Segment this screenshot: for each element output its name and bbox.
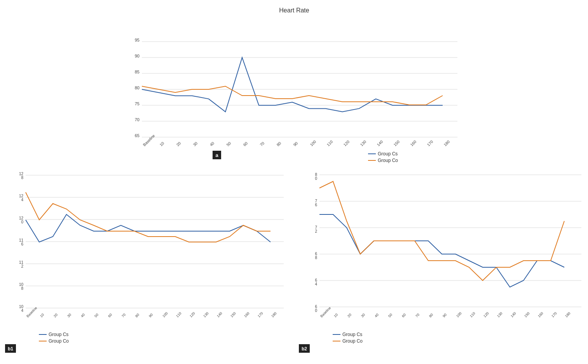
x-label-b2: 80 <box>428 313 434 318</box>
x-label: 110 <box>326 139 333 147</box>
x-label-b1: 30 <box>66 313 72 318</box>
x-label-b1: 90 <box>148 313 154 318</box>
x-label: 80 <box>276 141 282 147</box>
legend-co-b2 <box>333 341 340 341</box>
x-label: 50 <box>225 141 232 147</box>
x-label: 30 <box>192 141 198 147</box>
chart-title: Heart Rate <box>279 7 309 14</box>
x-label-b2: 160 <box>537 311 544 318</box>
x-label-b1: 100 <box>162 311 169 318</box>
group-cs-line-b2 <box>319 214 564 287</box>
legend-cs-b1 <box>39 334 47 335</box>
x-label-b1: 70 <box>121 313 126 318</box>
x-label-b2: 60 <box>401 313 407 318</box>
x-label-b2: 140 <box>510 311 517 318</box>
y-label-b1: 6 <box>21 242 23 246</box>
x-label: 160 <box>409 139 417 147</box>
x-label-b2: 40 <box>374 313 379 318</box>
x-label: 20 <box>175 141 181 147</box>
legend-cs-label-b2: Group Cs <box>342 332 362 337</box>
y-label-b2: 0 <box>315 176 317 181</box>
b2-chart-container: 8 0 7 6 7 2 6 8 6 4 6 0 B <box>298 167 588 357</box>
y-label: 85 <box>134 70 139 74</box>
x-label-b2: 50 <box>387 313 393 318</box>
legend-co-b1 <box>39 341 47 341</box>
y-label-b2: 6 <box>315 203 317 207</box>
x-label-b2: 70 <box>415 313 420 318</box>
legend-cs-label-b1: Group Cs <box>49 332 68 337</box>
legend-co-label: Group Co <box>378 158 398 163</box>
label-badge-a: a <box>215 152 218 158</box>
top-chart: Heart Rate 65 70 75 80 85 90 95 Baseline… <box>4 4 584 167</box>
legend-cs-b2 <box>333 334 340 335</box>
x-label-b1: 180 <box>270 311 277 318</box>
x-label-b1: 160 <box>243 311 250 318</box>
y-label: 80 <box>134 85 139 90</box>
b1-chart-container: 10 4 10 8 11 2 11 6 12 0 12 4 12 8 <box>4 167 298 357</box>
x-label: 140 <box>376 139 384 147</box>
heart-rate-chart: Heart Rate 65 70 75 80 85 90 95 Baseline… <box>119 4 469 165</box>
b1-chart: 10 4 10 8 11 2 11 6 12 0 12 4 12 8 <box>4 167 298 354</box>
x-label: 70 <box>259 141 265 147</box>
x-label-b2: 90 <box>442 313 447 318</box>
x-label-b2: 120 <box>483 311 490 318</box>
y-label-b1: 0 <box>21 220 23 224</box>
x-label-b2: 30 <box>360 313 366 318</box>
x-label: Baseline <box>142 133 155 147</box>
y-label-b2: 0 <box>315 308 317 313</box>
x-label: 150 <box>393 139 400 147</box>
x-label-b2: Baseline <box>319 306 332 318</box>
x-label-b2: 110 <box>469 311 476 318</box>
y-label: 75 <box>134 101 139 106</box>
x-label-b1: 10 <box>39 313 45 318</box>
x-label-b1: 40 <box>80 313 85 318</box>
y-label-b2: 4 <box>315 282 317 286</box>
y-label: 70 <box>134 117 139 122</box>
y-label-b1: 2 <box>21 264 23 268</box>
x-label-b1: 150 <box>230 311 237 318</box>
label-badge-b1: b1 <box>8 346 13 352</box>
x-label: 40 <box>209 141 215 147</box>
x-label-b1: 60 <box>107 313 113 318</box>
y-label-b2: 8 <box>315 256 317 260</box>
group-cs-line-top <box>142 57 443 112</box>
legend-co-label-b1: Group Co <box>49 338 69 344</box>
legend-cs-label: Group Cs <box>378 151 398 157</box>
x-label: 60 <box>242 141 248 147</box>
group-cs-line-b1 <box>26 214 270 242</box>
y-label-b1: 4 <box>21 308 23 313</box>
x-label: 130 <box>359 139 367 147</box>
b2-chart: 8 0 7 6 7 2 6 8 6 4 6 0 B <box>298 167 588 354</box>
x-label: 90 <box>292 141 298 147</box>
legend-co-line <box>368 160 376 161</box>
x-label-b2: 10 <box>333 313 338 318</box>
x-label: 170 <box>426 139 434 147</box>
y-label-b2: 2 <box>315 229 317 233</box>
x-label-b1: 130 <box>202 311 209 318</box>
main-container: Heart Rate 65 70 75 80 85 90 95 Baseline… <box>0 0 588 364</box>
x-label-b2: 150 <box>523 311 530 318</box>
x-label-b1: 80 <box>134 313 140 318</box>
x-label-b1: 110 <box>175 311 182 318</box>
y-label-b1: 8 <box>21 286 23 291</box>
y-label-b1: 4 <box>21 198 23 202</box>
x-label-b1: 170 <box>257 311 264 318</box>
x-label-b1: 120 <box>189 311 196 318</box>
legend-cs-line <box>368 153 376 154</box>
y-label-b1: 8 <box>21 176 23 180</box>
x-label-b2: 130 <box>496 311 503 318</box>
x-label: 180 <box>443 139 450 147</box>
x-label-b2: 100 <box>455 311 462 318</box>
x-label: 10 <box>159 141 165 147</box>
label-badge-b2: b2 <box>302 346 307 352</box>
y-label: 90 <box>134 54 139 58</box>
group-co-line-b1 <box>26 192 270 242</box>
x-label-b1: 20 <box>53 313 58 318</box>
x-label-b2: 170 <box>551 311 558 318</box>
bottom-charts: 10 4 10 8 11 2 11 6 12 0 12 4 12 8 <box>4 167 584 357</box>
x-label: 120 <box>342 139 350 147</box>
x-label-b2: 20 <box>347 313 352 318</box>
x-label-b2: 180 <box>564 311 571 318</box>
y-label: 95 <box>134 38 139 42</box>
x-label: 100 <box>309 139 317 147</box>
